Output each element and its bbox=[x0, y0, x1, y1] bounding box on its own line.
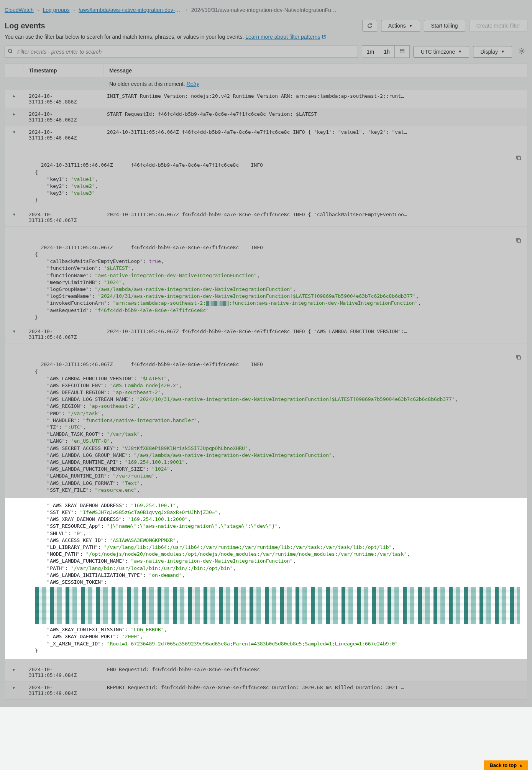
log-timestamp: 2024-10-31T11:05:46.067Z bbox=[23, 209, 104, 226]
no-older-events: No older events at this moment. Retry bbox=[5, 78, 527, 90]
log-detail: 2024-10-31T11:05:46.067Z f46fc4dd-b5b9-4… bbox=[5, 343, 527, 498]
svg-rect-1 bbox=[400, 49, 404, 53]
svg-rect-3 bbox=[517, 157, 521, 160]
log-message: 2024-10-31T11:05:46.067Z f46fc4dd-b5b9-4… bbox=[104, 209, 527, 226]
expand-toggle[interactable]: ▶ bbox=[5, 663, 23, 681]
log-events-table: Timestamp Message No older events at thi… bbox=[5, 63, 527, 700]
caret-right-icon: ▶ bbox=[13, 94, 15, 98]
caret-down-icon: ▼ bbox=[501, 49, 505, 54]
caret-down-icon: ▼ bbox=[13, 329, 15, 333]
page-title: Log events bbox=[5, 21, 45, 30]
learn-more-link[interactable]: Learn more about filter patterns bbox=[245, 34, 326, 40]
log-message: END RequestId: f46fc4dd-b5b9-4a7e-8c6e-4… bbox=[104, 663, 527, 681]
calendar-icon bbox=[399, 48, 405, 54]
expand-toggle[interactable]: ▶ bbox=[5, 108, 23, 126]
refresh-button[interactable] bbox=[363, 20, 377, 31]
copy-icon[interactable] bbox=[498, 148, 522, 170]
chevron-right-icon: › bbox=[73, 8, 75, 12]
log-row: ▼ 2024-10-31T11:05:46.067Z 2024-10-31T11… bbox=[5, 325, 527, 343]
caret-down-icon: ▼ bbox=[13, 130, 15, 134]
log-timestamp: 2024-10-31T11:05:49.084Z bbox=[23, 663, 104, 681]
search-icon bbox=[8, 48, 13, 55]
log-detail: 2024-10-31T11:05:46.064Z f46fc4dd-b5b9-4… bbox=[5, 144, 527, 209]
svg-rect-4 bbox=[517, 239, 521, 242]
log-timestamp: 2024-10-31T11:05:46.062Z bbox=[23, 108, 104, 126]
log-row: ▶ 2024-10-31T11:05:49.084Z END RequestId… bbox=[5, 663, 527, 681]
log-row: ▶ 2024-10-31T11:05:45.886Z INIT_START Ru… bbox=[5, 90, 527, 108]
log-timestamp: 2024-10-31T11:05:45.886Z bbox=[23, 90, 104, 108]
log-message: REPORT RequestId: f46fc4dd-b5b9-4a7e-8c6… bbox=[104, 681, 527, 699]
create-metric-filter-button: Create metric filter bbox=[469, 20, 527, 31]
log-timestamp: 2024-10-31T11:05:46.064Z bbox=[23, 126, 104, 144]
caret-right-icon: ▶ bbox=[13, 685, 15, 690]
expand-toggle[interactable]: ▶ bbox=[5, 681, 23, 699]
expand-toggle[interactable]: ▼ bbox=[5, 126, 23, 144]
breadcrumb-current: 2024/10/31/aws-native-integration-dev-Na… bbox=[191, 7, 337, 13]
breadcrumb: CloudWatch › Log groups › /aws/lambda/aw… bbox=[5, 7, 527, 13]
caret-down-icon: ▼ bbox=[409, 24, 413, 28]
expand-toggle[interactable]: ▼ bbox=[5, 325, 23, 343]
refresh-icon bbox=[367, 23, 373, 29]
log-row: ▼ 2024-10-31T11:05:46.067Z 2024-10-31T11… bbox=[5, 209, 527, 227]
range-1m-button[interactable]: 1m bbox=[362, 46, 379, 57]
retry-link[interactable]: Retry bbox=[187, 81, 199, 87]
timezone-dropdown[interactable]: UTC timezone▼ bbox=[414, 46, 469, 57]
log-detail bbox=[5, 659, 527, 663]
time-range-group: 1m 1h bbox=[362, 45, 410, 58]
breadcrumb-log-group[interactable]: /aws/lambda/aws-native-integration-dev-N… bbox=[79, 7, 182, 13]
log-message: START RequestId: f46fc4dd-b5b9-4a7e-8c6e… bbox=[104, 108, 527, 126]
log-message: 2024-10-31T11:05:46.067Z f46fc4dd-b5b9-4… bbox=[104, 325, 527, 343]
log-message: 2024-10-31T11:05:46.064Z f46fc4dd-b5b9-4… bbox=[104, 126, 527, 144]
chevron-right-icon: › bbox=[38, 8, 39, 12]
start-tailing-button[interactable]: Start tailing bbox=[424, 20, 465, 31]
svg-rect-5 bbox=[517, 356, 521, 359]
log-message: INIT_START Runtime Version: nodejs:20.v4… bbox=[104, 90, 527, 108]
log-detail: 2024-10-31T11:05:46.067Z f46fc4dd-b5b9-4… bbox=[5, 227, 527, 325]
log-detail-highlighted: "_AWS_XRAY_DAEMON_ADDRESS": "169.254.100… bbox=[5, 498, 527, 659]
col-message[interactable]: Message bbox=[104, 64, 527, 77]
log-timestamp: 2024-10-31T11:05:49.084Z bbox=[23, 681, 104, 699]
expand-toggle[interactable]: ▼ bbox=[5, 209, 23, 226]
chevron-right-icon: › bbox=[186, 8, 187, 12]
log-row: ▶ 2024-10-31T11:05:46.062Z START Request… bbox=[5, 108, 527, 126]
external-link-icon bbox=[322, 34, 326, 39]
svg-point-2 bbox=[521, 50, 523, 52]
actions-button[interactable]: Actions▼ bbox=[381, 20, 420, 31]
log-row: ▶ 2024-10-31T11:05:49.084Z REPORT Reques… bbox=[5, 681, 527, 699]
caret-down-icon: ▼ bbox=[13, 212, 15, 217]
log-row: ▼ 2024-10-31T11:05:46.064Z 2024-10-31T11… bbox=[5, 126, 527, 144]
copy-icon[interactable] bbox=[498, 347, 522, 369]
settings-button[interactable] bbox=[516, 45, 527, 58]
display-dropdown[interactable]: Display▼ bbox=[473, 46, 512, 57]
range-1h-button[interactable]: 1h bbox=[379, 46, 395, 57]
svg-point-0 bbox=[8, 49, 12, 53]
col-timestamp[interactable]: Timestamp bbox=[23, 64, 104, 77]
redacted-token bbox=[35, 587, 520, 624]
log-timestamp: 2024-10-31T11:05:46.067Z bbox=[23, 325, 104, 343]
subtext: You can use the filter bar below to sear… bbox=[5, 34, 527, 40]
gear-icon bbox=[518, 48, 525, 54]
breadcrumb-cloudwatch[interactable]: CloudWatch bbox=[5, 7, 34, 13]
caret-right-icon: ▶ bbox=[13, 112, 15, 116]
caret-down-icon: ▼ bbox=[458, 49, 462, 54]
breadcrumb-log-groups[interactable]: Log groups bbox=[43, 7, 69, 13]
caret-right-icon: ▶ bbox=[13, 667, 15, 671]
filter-events-input[interactable] bbox=[5, 46, 358, 58]
expand-toggle[interactable]: ▶ bbox=[5, 90, 23, 108]
copy-icon[interactable] bbox=[498, 230, 522, 253]
range-custom-button[interactable] bbox=[395, 46, 409, 57]
